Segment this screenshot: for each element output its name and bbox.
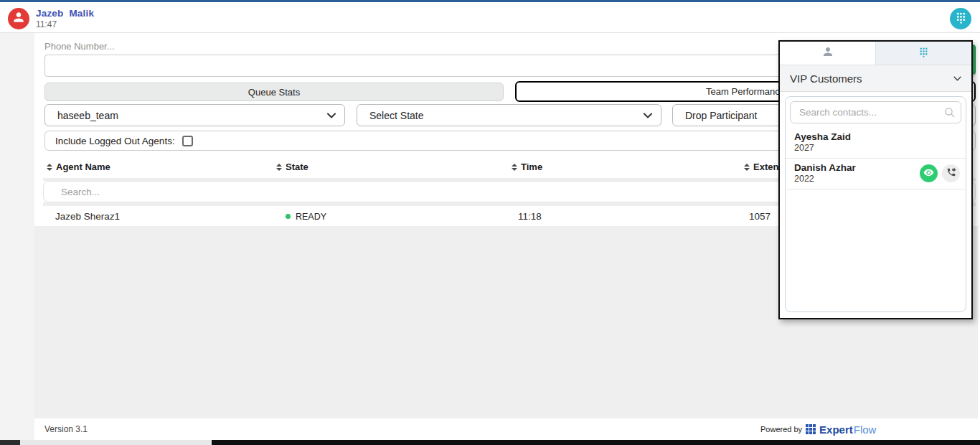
state-select-value: Select State (369, 110, 424, 121)
column-header-time[interactable]: Time (512, 156, 542, 178)
agent-desktop-app: Jazeb Malik 11:47 Phone Number... Queue … (0, 0, 980, 445)
avatar[interactable] (8, 8, 29, 29)
include-logged-out-checkbox[interactable] (182, 136, 193, 146)
contact-list-item[interactable]: Ayesha Zaid 2027 (786, 128, 966, 159)
contact-group-value: VIP Customers (790, 72, 862, 85)
team-select[interactable]: haseeb_team (44, 104, 345, 126)
footer: Version 3.1 Powered by Expert Flow (34, 418, 978, 440)
contacts-panel: VIP Customers Ayesha Zaid 2027 (778, 40, 973, 319)
tab-contacts[interactable] (780, 42, 875, 65)
chevron-down-icon (327, 113, 336, 118)
tab-queue-stats[interactable]: Queue Stats (44, 83, 504, 101)
taskbar-segment (0, 440, 20, 445)
open-dialpad-button[interactable] (950, 8, 971, 29)
taskbar-segment (20, 440, 212, 445)
cell-state: READY (286, 206, 326, 227)
queue-stats-label: Queue Stats (248, 87, 300, 98)
call-transfer-icon (946, 167, 956, 179)
left-margin-strip (0, 33, 34, 440)
top-bar: Jazeb Malik 11:47 (0, 0, 980, 33)
login-time: 11:47 (36, 19, 57, 29)
dialpad-icon (955, 11, 967, 26)
column-header-agent-name[interactable]: Agent Name (47, 156, 110, 178)
contact-number: 2027 (794, 143, 957, 153)
call-contact-button[interactable] (942, 164, 960, 182)
version-label: Version 3.1 (44, 418, 88, 440)
column-header-state[interactable]: State (276, 156, 308, 178)
contact-group-select[interactable]: VIP Customers (780, 65, 971, 92)
brand-name-light: Flow (854, 423, 877, 436)
chevron-down-icon (644, 113, 652, 118)
contact-search-input[interactable] (790, 101, 961, 123)
chevron-down-icon (953, 76, 961, 81)
panel-tabs (780, 42, 971, 65)
contact-name: Ayesha Zaid (794, 131, 957, 142)
brand-name-bold: Expert (819, 423, 853, 436)
phone-number-label: Phone Number... (44, 41, 115, 52)
bottom-taskbar-strip (0, 440, 980, 445)
tab-dialpad[interactable] (875, 42, 971, 65)
cell-agent-name: Jazeb Sheraz1 (55, 206, 120, 227)
view-eye-icon (923, 167, 934, 180)
ready-status-dot (286, 214, 291, 219)
team-select-value: haseeb_team (57, 110, 118, 121)
sort-icon[interactable] (744, 164, 750, 171)
state-select[interactable]: Select State (357, 104, 661, 126)
contact-list-item[interactable]: Danish Azhar 2022 (786, 159, 966, 189)
include-logged-out-label: Include Logged Out Agents: (55, 136, 175, 146)
cell-extension: 1057 (749, 206, 771, 227)
sort-icon[interactable] (276, 164, 282, 171)
powered-by: Powered by Expert Flow (760, 418, 876, 440)
logged-in-user-name: Jazeb Malik (36, 8, 94, 19)
view-contact-button[interactable] (920, 164, 938, 182)
person-icon (11, 10, 26, 27)
cell-time: 11:18 (518, 206, 542, 227)
sort-icon[interactable] (512, 164, 517, 171)
contact-list: Ayesha Zaid 2027 Danish Azhar 2022 (785, 96, 966, 312)
expertflow-logo-icon (806, 424, 816, 434)
dialpad-icon (918, 47, 929, 60)
person-icon (821, 45, 834, 61)
team-performance-label: Team Performance (706, 86, 785, 97)
sort-icon[interactable] (47, 164, 52, 171)
taskbar-segment (212, 440, 980, 445)
drop-participant-label: Drop Participant (685, 110, 757, 121)
powered-by-label: Powered by (760, 425, 802, 434)
